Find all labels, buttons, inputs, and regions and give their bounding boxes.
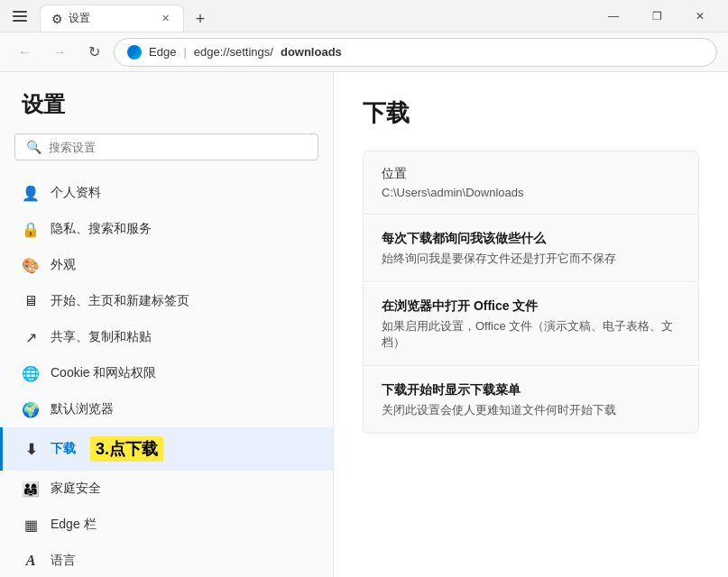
sidebar-item-label: 家庭安全 xyxy=(51,481,101,497)
address-edge-label: Edge xyxy=(149,45,176,59)
settings-group: 位置 C:\Users\admin\Downloads 每次下载都询问我该做些什… xyxy=(363,151,699,434)
share-icon: ↗ xyxy=(22,328,40,346)
sidebar-item-share[interactable]: ↗ 共享、复制和粘贴 xyxy=(0,319,333,355)
sidebar-item-label: 个人资料 xyxy=(51,185,101,201)
sidebar-item-cookies[interactable]: 🌐 Cookie 和网站权限 xyxy=(0,355,333,391)
sidebar-nav: 👤 个人资料 🔒 隐私、搜索和服务 🎨 外观 🖥 开始、主页和新建标签页 ↗ 共… xyxy=(0,175,333,577)
refresh-button[interactable]: ↻ xyxy=(79,38,108,67)
sidebar-item-label: 默认浏览器 xyxy=(51,401,114,417)
cookies-icon: 🌐 xyxy=(22,364,40,382)
ask-before-desc: 始终询问我是要保存文件还是打开它而不保存 xyxy=(382,251,680,267)
tab-bar: ⚙ 设置 ✕ + xyxy=(40,0,585,32)
sidebar-item-family[interactable]: 👨‍👩‍👧 家庭安全 xyxy=(0,471,333,507)
svg-rect-0 xyxy=(13,11,27,13)
sidebar-item-browser[interactable]: 🌍 默认浏览器 xyxy=(0,391,333,427)
svg-rect-1 xyxy=(13,15,27,17)
main-layout: 设置 🔍 👤 个人资料 🔒 隐私、搜索和服务 🎨 外观 🖥 开始、主页和新建标签… xyxy=(0,72,728,577)
window-controls: — ❐ ✕ xyxy=(593,4,721,29)
privacy-icon: 🔒 xyxy=(22,220,40,238)
settings-tab-icon: ⚙ xyxy=(51,12,63,26)
content-area: 下载 位置 C:\Users\admin\Downloads 每次下载都询问我该… xyxy=(334,72,728,577)
sidebar-item-edgebar[interactable]: ▦ Edge 栏 xyxy=(0,507,333,543)
sidebar-item-label: 语言 xyxy=(51,553,76,569)
language-icon: A xyxy=(22,552,40,570)
browser-icon: 🌍 xyxy=(22,400,40,418)
settings-tab[interactable]: ⚙ 设置 ✕ xyxy=(40,5,184,32)
show-menu-desc: 关闭此设置会使人更难知道文件何时开始下载 xyxy=(382,402,680,418)
sidebar-item-privacy[interactable]: 🔒 隐私、搜索和服务 xyxy=(0,211,333,247)
ask-before-card: 每次下载都询问我该做些什么 始终询问我是要保存文件还是打开它而不保存 xyxy=(363,216,699,282)
edgebar-icon: ▦ xyxy=(22,516,40,534)
sidebar-item-label: 下载 xyxy=(51,441,76,457)
search-box[interactable]: 🔍 xyxy=(14,133,318,160)
downloads-icon: ⬇ xyxy=(22,440,40,458)
location-value: C:\Users\admin\Downloads xyxy=(382,186,680,199)
sidebar-item-label: 共享、复制和粘贴 xyxy=(51,329,152,345)
restore-button[interactable]: ❐ xyxy=(636,4,677,29)
forward-button[interactable]: → xyxy=(45,38,74,67)
profile-icon: 👤 xyxy=(22,184,40,202)
settings-tab-close[interactable]: ✕ xyxy=(158,12,172,26)
ask-before-title: 每次下载都询问我该做些什么 xyxy=(382,231,680,247)
new-tab-button[interactable]: + xyxy=(188,6,213,32)
sidebar-item-appearance[interactable]: 🎨 外观 xyxy=(0,247,333,283)
address-separator: | xyxy=(183,45,186,59)
address-bar[interactable]: Edge | edge://settings/downloads xyxy=(114,38,717,67)
back-button[interactable]: ← xyxy=(11,38,40,67)
open-office-card: 在浏览器中打开 Office 文件 如果启用此设置，Office 文件（演示文稿… xyxy=(363,284,699,366)
show-menu-card: 下载开始时显示下载菜单 关闭此设置会使人更难知道文件何时开始下载 xyxy=(363,368,699,434)
titlebar: ⚙ 设置 ✕ + — ❐ ✕ xyxy=(0,0,728,32)
sidebar-item-label: Cookie 和网站权限 xyxy=(51,365,156,381)
address-path-bold: downloads xyxy=(281,45,342,59)
sidebar-item-label: 隐私、搜索和服务 xyxy=(51,221,152,237)
location-card: 位置 C:\Users\admin\Downloads xyxy=(363,151,699,215)
family-icon: 👨‍👩‍👧 xyxy=(22,480,40,498)
sidebar-item-label: 开始、主页和新建标签页 xyxy=(51,293,189,309)
minimize-button[interactable]: — xyxy=(593,4,634,29)
page-title: 下载 xyxy=(363,97,699,129)
show-menu-title: 下载开始时显示下载菜单 xyxy=(382,382,680,398)
sidebar-item-label: Edge 栏 xyxy=(51,517,97,533)
search-input[interactable] xyxy=(49,141,307,154)
location-label: 位置 xyxy=(382,166,680,182)
navbar: ← → ↻ Edge | edge://settings/downloads xyxy=(0,32,728,72)
newtab-icon: 🖥 xyxy=(22,292,40,310)
svg-rect-2 xyxy=(13,20,27,22)
sidebar-item-label: 外观 xyxy=(51,257,76,273)
settings-tab-label: 设置 xyxy=(69,11,90,26)
sidebar-item-newtab[interactable]: 🖥 开始、主页和新建标签页 xyxy=(0,283,333,319)
appearance-icon: 🎨 xyxy=(22,256,40,274)
sidebar-toggle-button[interactable] xyxy=(7,4,32,29)
sidebar-item-language[interactable]: A 语言 xyxy=(0,543,333,577)
edge-logo-icon xyxy=(127,45,142,60)
annotation-label: 3.点下载 xyxy=(90,436,163,462)
open-office-desc: 如果启用此设置，Office 文件（演示文稿、电子表格、文档） xyxy=(382,318,680,351)
search-icon: 🔍 xyxy=(26,140,41,154)
address-prefix: edge://settings/ xyxy=(194,45,273,59)
sidebar-title: 设置 xyxy=(0,90,333,133)
sidebar-item-profile[interactable]: 👤 个人资料 xyxy=(0,175,333,211)
sidebar-item-downloads[interactable]: ⬇ 下载 3.点下载 xyxy=(0,427,333,471)
close-button[interactable]: ✕ xyxy=(679,4,721,29)
open-office-title: 在浏览器中打开 Office 文件 xyxy=(382,298,680,315)
sidebar: 设置 🔍 👤 个人资料 🔒 隐私、搜索和服务 🎨 外观 🖥 开始、主页和新建标签… xyxy=(0,72,334,577)
